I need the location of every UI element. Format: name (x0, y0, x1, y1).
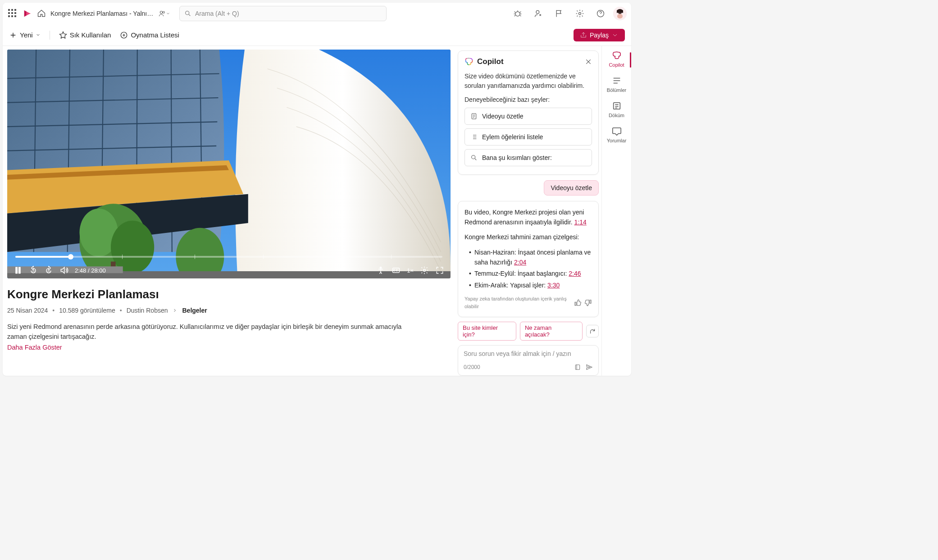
share-icon (580, 32, 587, 39)
accessibility-icon[interactable] (376, 266, 385, 275)
followup-question[interactable]: Ne zaman açılacak? (520, 322, 583, 341)
rail-comments[interactable]: Yorumlar (607, 126, 627, 143)
transcript-icon (612, 101, 622, 111)
playlist-add-icon (120, 31, 128, 39)
close-icon[interactable] (585, 58, 592, 65)
refresh-button[interactable] (586, 325, 599, 337)
user-avatar[interactable] (613, 7, 627, 20)
answer-bullet: Ekim-Aralık: Yapısal işler: 3:30 (469, 281, 592, 291)
pause-icon[interactable] (14, 266, 23, 275)
video-progress-bar[interactable] (15, 256, 442, 258)
rail-transcript[interactable]: Döküm (609, 101, 624, 118)
separator: • (120, 307, 122, 314)
video-title: Kongre Merkezi Planlaması (7, 287, 451, 301)
svg-rect-30 (19, 267, 20, 273)
suggestion-action-items[interactable]: Eylem öğelerini listele (464, 128, 592, 146)
settings-icon[interactable] (420, 266, 429, 275)
star-icon (59, 31, 67, 39)
suggestion-summarize[interactable]: Videoyu özetle (464, 108, 592, 125)
answer-paragraph: Bu video, Kongre Merkezi projesi olan ye… (464, 209, 584, 226)
suggestion-label: Eylem öğelerini listele (482, 133, 543, 141)
thumbs-down-icon[interactable] (585, 299, 592, 306)
chevron-down-icon (36, 32, 41, 37)
app-launcher-icon[interactable] (7, 8, 18, 19)
progress-thumb[interactable] (68, 254, 73, 260)
settings-gear-icon[interactable] (575, 9, 584, 18)
playback-speed[interactable]: 1× (407, 267, 414, 274)
suggestion-show-parts[interactable]: Bana şu kısımları göster: (464, 149, 592, 166)
ai-disclaimer: Yapay zeka tarafından oluşturulan içerik… (464, 295, 570, 310)
copilot-try-label: Deneyebileceğiniz bazı şeyler: (464, 96, 592, 103)
chapter-marker (195, 255, 195, 259)
stream-brand-icon (23, 9, 32, 18)
answer-bullet: Nisan-Haziran: İnşaat öncesi planlama ve… (469, 248, 592, 267)
playlist-label: Oynatma Listesi (131, 31, 179, 39)
divider (50, 31, 50, 40)
new-button[interactable]: Yeni (9, 31, 41, 39)
followup-question[interactable]: Bu site kimler için? (458, 322, 516, 341)
refresh-icon (589, 328, 596, 334)
show-more-link[interactable]: Daha Fazla Göster (7, 344, 451, 351)
copilot-logo-icon (464, 57, 474, 66)
forward-10-icon[interactable]: 10 (44, 266, 53, 275)
copilot-answer: Bu video, Kongre Merkezi projesi olan ye… (458, 201, 599, 317)
svg-point-0 (160, 11, 162, 14)
chevron-right-icon (172, 308, 178, 313)
answer-bullet: Temmuz-Eylül: İnşaat başlangıcı: 2:46 (469, 269, 592, 279)
video-player[interactable]: 10 10 2:48 / 28:00 1× (7, 50, 451, 278)
chapters-icon (612, 76, 622, 86)
svg-point-35 (423, 269, 426, 272)
favorites-label: Sık Kullanılan (70, 31, 111, 39)
rail-active-indicator (630, 52, 631, 68)
timestamp-link[interactable]: 2:46 (569, 270, 581, 277)
svg-point-37 (472, 155, 475, 159)
rail-chapters[interactable]: Bölümler (607, 76, 626, 93)
help-icon[interactable] (596, 9, 605, 18)
person-feedback-icon[interactable] (534, 9, 543, 18)
thumbs-up-icon[interactable] (574, 299, 581, 306)
svg-point-4 (536, 10, 539, 14)
user-message: Videoyu özetle (544, 180, 599, 196)
copilot-intro-text: Size video dökümünü özetlemenizde ve sor… (464, 72, 592, 91)
search-input[interactable] (195, 10, 382, 17)
timestamp-link[interactable]: 1:14 (574, 219, 587, 226)
timestamp-link[interactable]: 3:30 (547, 282, 560, 289)
video-frame (7, 50, 451, 278)
book-icon[interactable] (574, 364, 581, 371)
share-button[interactable]: Paylaş (574, 29, 625, 41)
people-access-chip[interactable] (159, 10, 170, 17)
plus-icon (9, 31, 17, 39)
rail-label: Bölümler (607, 87, 626, 93)
copilot-input[interactable] (464, 350, 593, 359)
send-icon[interactable] (586, 364, 593, 371)
rewind-10-icon[interactable]: 10 (29, 266, 38, 275)
svg-point-33 (380, 267, 382, 269)
rail-label: Copilot (609, 62, 624, 68)
bug-icon[interactable] (513, 9, 522, 18)
video-author[interactable]: Dustin Robsen (127, 307, 168, 314)
time-display: 2:48 / 28:00 (75, 267, 106, 274)
fullscreen-icon[interactable] (435, 266, 444, 275)
search-icon (470, 154, 478, 161)
svg-point-2 (186, 11, 189, 15)
search-box[interactable] (179, 6, 387, 21)
svg-point-5 (579, 13, 581, 15)
breadcrumb-folder[interactable]: Belgeler (182, 307, 207, 314)
svg-point-3 (515, 12, 520, 16)
flag-icon[interactable] (555, 9, 564, 18)
list-icon (470, 133, 478, 141)
timestamp-link[interactable]: 2:04 (514, 259, 526, 266)
volume-icon[interactable] (59, 266, 68, 275)
home-icon[interactable] (37, 9, 46, 18)
svg-rect-9 (617, 14, 623, 18)
playlist-button[interactable]: Oynatma Listesi (120, 31, 179, 39)
progress-fill (15, 256, 71, 258)
copilot-input-card[interactable]: 0/2000 (458, 345, 599, 376)
rail-label: Döküm (609, 113, 624, 118)
captions-icon[interactable] (392, 266, 401, 275)
rail-copilot[interactable]: Copilot (609, 50, 624, 68)
suggestion-label: Bana şu kısımları göster: (482, 154, 552, 161)
favorites-button[interactable]: Sık Kullanılan (59, 31, 111, 39)
video-description: Sizi yeni Redmond arenasının perde arkas… (7, 322, 413, 342)
chapter-marker (122, 255, 123, 259)
